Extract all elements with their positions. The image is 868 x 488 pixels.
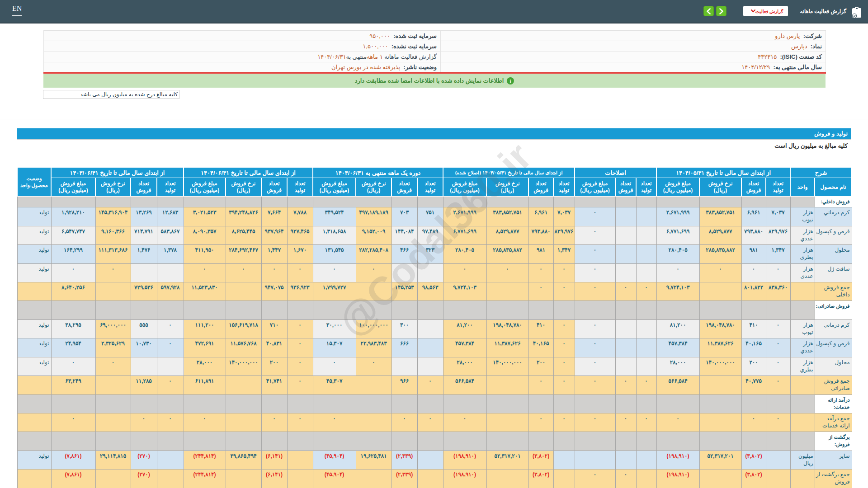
svg-text:i: i bbox=[510, 78, 511, 84]
